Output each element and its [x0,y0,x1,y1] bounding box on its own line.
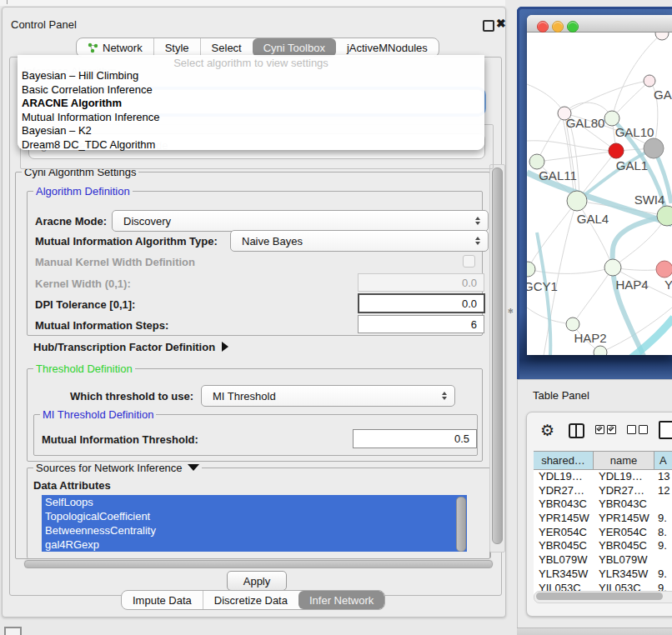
dpi-tolerance-field[interactable]: 0.0 [358,293,485,313]
unchecked-box-icon[interactable] [627,425,636,434]
network-node-node-bottom[interactable] [594,346,607,355]
panel-title: Control Panel [11,18,77,31]
table-row[interactable]: YER054CYER054C8. [534,526,672,540]
tab-cyni-toolbox[interactable]: Cyni Toolbox [253,38,336,57]
network-edge[interactable] [528,268,613,273]
network-node-GAL1[interactable] [609,143,624,158]
tab-label: Network [103,42,143,54]
network-edge[interactable] [573,268,613,324]
algorithm-option[interactable]: ARACNE Algorithm [18,97,484,111]
tab-jactivemnodules[interactable]: jActiveMNodules [336,38,439,57]
aracne-mode-combo[interactable]: Discovery [112,210,489,232]
network-edge[interactable] [528,201,577,269]
node-label-SWI4: SWI4 [634,192,665,207]
table-row[interactable]: YBR045CYBR045C9. [534,539,672,553]
attribute-item[interactable]: gal4RGexp [42,538,467,552]
attributes-list-scrollbar[interactable] [456,497,466,552]
gear-icon[interactable]: ⚙ [540,421,554,440]
algorithm-definition-legend: Algorithm Definition [33,185,133,198]
tab-impute-data[interactable]: Impute Data [122,591,203,609]
network-node-GAL-top[interactable] [644,75,655,87]
table-cell: YER054C [534,526,594,540]
unchecked-box-icon[interactable] [639,425,648,434]
network-node-Y-node[interactable] [656,261,672,278]
network-node-node-top[interactable] [655,32,669,40]
kernel-width-field[interactable]: 0.0 [358,273,484,292]
network-node-gray-node[interactable] [644,138,664,158]
tab-network[interactable]: Network [77,38,153,57]
apply-button[interactable]: Apply [227,571,287,591]
network-node-GAL10[interactable] [604,111,619,126]
node-label-GAL80: GAL80 [566,116,605,130]
mi-threshold-field[interactable]: 0.5 [353,429,477,448]
manual-kernel-checkbox[interactable] [463,255,475,268]
network-node-HAP2[interactable] [566,318,579,331]
attribute-item[interactable]: SelfLoops [42,495,467,509]
data-attributes-list[interactable]: SelfLoopsTopologicalCoefficientBetweenne… [42,495,467,552]
algorithm-option[interactable]: Mutual Information Inference [18,111,484,125]
node-label-GAL10: GAL10 [615,125,654,139]
checked-box-icon[interactable] [595,425,604,434]
network-edge[interactable] [564,81,649,113]
network-edge-highlighted[interactable] [537,232,550,355]
algorithm-option[interactable]: Basic Correlation Inference [18,83,484,98]
network-window-titlebar[interactable] [527,15,672,32]
table-cell: 9. [654,539,672,553]
column-header[interactable]: A [654,452,672,469]
table-row[interactable]: YPR145WYPR145W9. [534,512,672,526]
which-threshold-combo[interactable]: MI Threshold [201,385,455,407]
hub-definition-label: Hub/Transcription Factor Definition [33,341,215,353]
settings-hscrollbar[interactable] [23,559,494,568]
split-columns-icon[interactable] [569,423,584,438]
sources-legend[interactable]: Sources for Network Inference [33,462,202,474]
table-hscrollbar[interactable] [534,591,672,603]
attribute-item[interactable]: TopologicalCoefficient [42,509,467,523]
network-edge[interactable] [527,84,564,113]
table-row[interactable]: YBR043CYBR043C [534,498,672,512]
hub-definition-toggle[interactable]: Hub/Transcription Factor Definition [33,341,228,353]
network-node-GCY1[interactable] [527,262,535,277]
column-header[interactable]: name [594,452,654,469]
table-row[interactable]: YDR27…YDR27…12 [534,484,672,498]
network-node-GAL4[interactable] [567,191,587,211]
network-window: GALGAL80GAL10GAL1GAL11GAL4SWI4GCY1HAP4YH… [527,15,672,355]
attribute-item[interactable]: BetweennessCentrality [42,523,467,538]
tab-style[interactable]: Style [153,38,200,57]
network-node-GAL11[interactable] [529,154,544,169]
table-card: ⚙ shared…nameA YDL19…YDL19…13YDR27…YDR27… [526,412,672,617]
node-label-HAP4: HAP4 [615,278,648,292]
table-row[interactable]: YDL19…YDL19…13 [534,470,672,484]
close-icon[interactable]: ✖ [496,17,506,30]
algorithm-option[interactable]: Bayesian – Hill Climbing [18,69,484,83]
minimize-traffic-icon[interactable] [552,21,564,32]
table-mode-icon[interactable] [659,421,672,439]
settings-vscrollbar[interactable] [489,164,505,552]
close-traffic-icon[interactable] [537,21,549,32]
mi-steps-field[interactable]: 6 [358,315,484,333]
table-row[interactable]: YLR345WYLR345W9. [534,568,672,582]
tab-label: Select [212,42,242,54]
zoom-traffic-icon[interactable] [567,21,579,32]
network-edge[interactable] [527,141,616,151]
network-canvas[interactable]: GALGAL80GAL10GAL1GAL11GAL4SWI4GCY1HAP4YH… [527,32,672,355]
network-node-HAP4[interactable] [604,259,621,276]
node-table: shared…nameA YDL19…YDL19…13YDR27…YDR27…1… [534,451,672,595]
table-cell: YDR27… [594,484,654,498]
checked-box-icon[interactable] [607,425,616,434]
bottom-left-icon[interactable] [4,627,22,635]
float-window-icon[interactable] [483,20,494,32]
table-cell: 8. [654,526,672,540]
table-cell: YPR145W [534,512,594,526]
tab-discretize-data[interactable]: Discretize Data [203,591,298,609]
algorithm-option[interactable]: Bayesian – K2 [18,124,484,138]
algorithm-option[interactable]: Dream8 DC_TDC Algorithm [18,138,484,152]
mi-type-combo[interactable]: Naive Bayes [230,230,489,252]
network-edge[interactable] [577,201,613,268]
table-row[interactable]: YBL079WYBL079W [534,553,672,568]
tab-select[interactable]: Select [200,38,253,57]
column-header[interactable]: shared… [534,452,594,469]
network-edge[interactable] [537,113,564,162]
kernel-width-value: 0.0 [462,277,477,289]
network-edge[interactable] [612,33,662,118]
tab-infer-network[interactable]: Infer Network [298,591,384,609]
